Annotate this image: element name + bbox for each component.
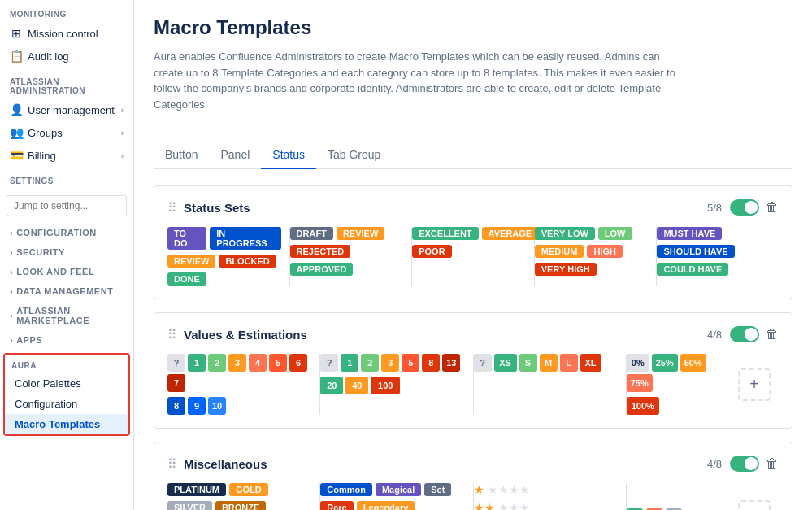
values-col-3: ? XS S M L XL <box>474 354 627 415</box>
sidebar-item-label: Audit log <box>28 50 69 63</box>
tag-set: Set <box>424 483 451 496</box>
tag-n13: 13 <box>442 354 460 372</box>
card-body: ? 1 2 3 4 5 6 7 8 9 10 <box>167 354 779 415</box>
drag-handle[interactable]: ⠿ <box>167 327 177 342</box>
status-col-2: DRAFTREVIEW REJECTED APPROVED <box>290 227 413 286</box>
sidebar-item-macro-templates[interactable]: Macro Templates <box>5 414 128 434</box>
collapsible-label: SECURITY <box>16 247 65 257</box>
tag-medium: MEDIUM <box>535 245 584 258</box>
tag-xl: XL <box>580 354 601 372</box>
page-description: Aura enables Confluence Administrators t… <box>154 49 689 112</box>
sidebar-item-mission-control[interactable]: ⊞ Mission control <box>0 22 133 45</box>
collapsible-label: ATLASSIAN MARKETPLACE <box>16 306 124 325</box>
card-header: ⠿ Status Sets 5/8 🗑 <box>167 199 779 216</box>
sidebar-item-color-palettes[interactable]: Color Palettes <box>5 373 128 394</box>
settings-search[interactable] <box>7 195 127 216</box>
page-title: Macro Templates <box>154 16 689 39</box>
drag-handle[interactable]: ⠿ <box>167 456 177 472</box>
values-col-2: ? 1 2 3 5 8 13 20 40 100 <box>320 354 473 415</box>
card-header: ⠿ Miscellaneous 4/8 🗑 <box>167 456 779 472</box>
values-card: ⠿ Values & Estimations 4/8 🗑 ? 1 2 3 4 <box>154 312 792 429</box>
add-misc-button[interactable]: + <box>738 500 771 510</box>
tag-low: LOW <box>598 227 632 240</box>
tag-platinum: PLATINUM <box>167 483 226 496</box>
status-col-1: TO DOIN PROGRESS REVIEWBLOCKED DONE <box>167 227 290 286</box>
collapsible-label: APPS <box>16 335 42 345</box>
add-values-button[interactable]: + <box>738 368 771 401</box>
drag-handle[interactable]: ⠿ <box>167 200 177 216</box>
audit-log-icon: 📋 <box>10 50 23 63</box>
tag-n7: 7 <box>167 374 185 392</box>
sidebar-collapsible-look-and-feel[interactable]: › LOOK AND FEEL <box>0 262 133 281</box>
sidebar-item-configuration[interactable]: Configuration <box>5 394 128 414</box>
delete-button[interactable]: 🗑 <box>766 456 779 471</box>
sidebar-item-audit-log[interactable]: 📋 Audit log <box>0 45 133 68</box>
star-empty-icon: ★★★★ <box>488 483 530 496</box>
monitoring-section-title: MONITORING <box>0 0 133 22</box>
atlassian-section-title: ATLASSIAN ADMINISTRATION <box>0 68 133 98</box>
star-icon: ★ <box>474 483 484 496</box>
sidebar-item-user-management[interactable]: 👤 User management › <box>0 98 133 121</box>
tag-poor: POOR <box>412 245 451 258</box>
tag-verylow: VERY LOW <box>535 227 595 240</box>
search-input[interactable] <box>7 195 127 216</box>
misc-col-3: ★★★★★ ★★★★★ ★★★★★ ★★★★★ <box>474 483 627 510</box>
tag-n1: 1 <box>341 354 358 372</box>
tag-rare: Rare <box>320 501 353 510</box>
card-title: Miscellaneous <box>184 457 707 471</box>
header-text: Macro Templates Aura enables Confluence … <box>154 16 689 129</box>
aura-group-title: AURA <box>5 355 128 373</box>
tab-panel[interactable]: Panel <box>209 142 261 169</box>
tag-n40: 40 <box>345 377 368 394</box>
tag-pct25: 25% <box>652 354 678 372</box>
tag-xs: XS <box>494 354 517 372</box>
tag-n2: 2 <box>208 354 226 372</box>
card-count: 4/8 <box>707 458 722 470</box>
status-sets-card: ⠿ Status Sets 5/8 🗑 TO DOIN PROGRESS REV… <box>154 185 792 299</box>
sidebar-collapsible-security[interactable]: › SECURITY <box>0 242 133 262</box>
status-col-5: MUST HAVE SHOULD HAVE COULD HAVE <box>657 227 779 286</box>
tag-n3: 3 <box>228 354 246 372</box>
card-header: ⠿ Values & Estimations 4/8 🗑 <box>167 326 779 342</box>
values-col-1: ? 1 2 3 4 5 6 7 8 9 10 <box>167 354 320 415</box>
misc-card: ⠿ Miscellaneous 4/8 🗑 PLATINUMGOLD SILVE… <box>154 442 792 510</box>
toggle-switch[interactable] <box>730 456 759 472</box>
tag-todo: TO DO <box>167 227 206 250</box>
tag-question: ? <box>320 354 338 372</box>
tag-pct75: 75% <box>627 374 653 392</box>
sidebar-item-label: Groups <box>28 127 63 139</box>
card-title: Status Sets <box>184 201 707 215</box>
card-count: 4/8 <box>707 329 722 341</box>
tab-tab-group[interactable]: Tab Group <box>316 142 392 169</box>
tag-review: REVIEW <box>167 255 215 268</box>
collapsible-label: DATA MANAGEMENT <box>16 286 113 296</box>
misc-col-1: PLATINUMGOLD SILVERBRONZE <box>167 483 320 510</box>
sidebar-collapsible-apps[interactable]: › APPS <box>0 330 133 350</box>
tag-average: AVERAGE <box>482 227 539 240</box>
toggle-switch[interactable] <box>730 326 759 342</box>
toggle-switch[interactable] <box>730 199 759 216</box>
tag-draft: DRAFT <box>290 227 333 240</box>
chevron-right-icon: › <box>10 267 13 277</box>
delete-button[interactable]: 🗑 <box>766 327 779 342</box>
sidebar-item-billing[interactable]: 💳 Billing › <box>0 144 133 167</box>
tag-n100: 100 <box>371 377 400 394</box>
sidebar-collapsible-configuration[interactable]: › CONFIGURATION <box>0 223 133 242</box>
sidebar-collapsible-data-management[interactable]: › DATA MANAGEMENT <box>0 281 133 301</box>
tag-n20: 20 <box>320 377 343 394</box>
tag-excellent: EXCELLENT <box>412 227 478 240</box>
tag-n8: 8 <box>167 397 185 415</box>
sidebar-collapsible-atlassian-marketplace[interactable]: › ATLASSIAN MARKETPLACE <box>0 301 133 330</box>
sidebar-item-groups[interactable]: 👥 Groups › <box>0 121 133 144</box>
mission-control-icon: ⊞ <box>10 27 23 40</box>
page-header: Macro Templates Aura enables Confluence … <box>154 16 792 129</box>
values-col-4: 0% 25% 50% 75% 100% + <box>627 354 779 415</box>
chevron-right-icon: › <box>10 247 13 257</box>
tag-review: REVIEW <box>337 227 384 240</box>
groups-icon: 👥 <box>10 126 23 139</box>
tab-button[interactable]: Button <box>154 142 209 169</box>
tab-status[interactable]: Status <box>261 142 316 169</box>
delete-button[interactable]: 🗑 <box>766 200 779 215</box>
chevron-right-icon: › <box>10 335 13 345</box>
misc-col-2: CommonMagicalSet RareLegendary Mythic <box>320 483 473 510</box>
